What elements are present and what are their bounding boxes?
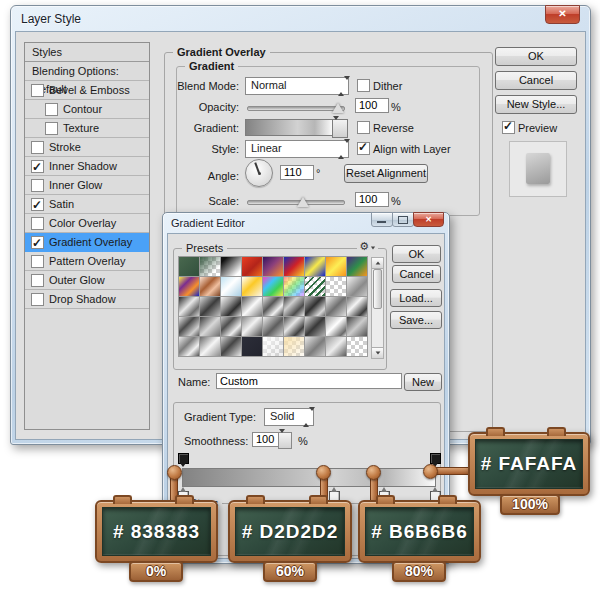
gradient-preset-38[interactable] (221, 337, 241, 356)
sidebar-item-color-overlay[interactable]: Color Overlay (25, 214, 149, 233)
gradient-preset-32[interactable] (284, 317, 304, 336)
style-checkbox[interactable] (31, 274, 44, 287)
gradient-preset-43[interactable] (326, 337, 346, 356)
style-checkbox[interactable] (45, 122, 58, 135)
preview-checkbox[interactable]: ✓ (502, 121, 515, 134)
opacity-stop-0pct[interactable] (178, 453, 189, 464)
sidebar-item-inner-shadow[interactable]: ✓Inner Shadow (25, 157, 149, 176)
ge-cancel-button[interactable]: Cancel (392, 265, 441, 283)
gradient-preset-14[interactable] (284, 277, 304, 296)
sidebar-item-contour[interactable]: Contour (25, 100, 149, 119)
gradient-preset-10[interactable] (200, 277, 220, 296)
sidebar-item-texture[interactable]: Texture (25, 119, 149, 138)
style-select[interactable]: Linear (245, 140, 349, 158)
dither-checkbox[interactable] (357, 79, 370, 92)
presets-scrollbar[interactable] (371, 257, 384, 359)
sidebar-item-inner-glow[interactable]: Inner Glow (25, 176, 149, 195)
blend-mode-select[interactable]: Normal (245, 77, 349, 95)
gear-icon[interactable]: ⚙ (357, 241, 378, 251)
gradient-preset-30[interactable] (242, 317, 262, 336)
scale-slider-thumb[interactable] (297, 197, 309, 207)
style-checkbox[interactable] (31, 255, 44, 268)
gradient-preset-34[interactable] (326, 317, 346, 336)
gradient-preset-12[interactable] (242, 277, 262, 296)
cancel-button[interactable]: Cancel (495, 71, 577, 90)
sidebar-item-blending-options-default[interactable]: Blending Options: Default (25, 62, 149, 81)
gradient-preset-7[interactable] (326, 257, 346, 276)
gradient-preset-23[interactable] (284, 297, 304, 316)
gradient-preset-0[interactable] (179, 257, 199, 276)
style-checkbox[interactable] (45, 103, 58, 116)
gradient-preset-20[interactable] (221, 297, 241, 316)
gradient-preview-bar[interactable] (182, 468, 436, 487)
ge-load-button[interactable]: Load... (390, 289, 442, 307)
gradient-preset-2[interactable] (221, 257, 241, 276)
gradient-preset-19[interactable] (200, 297, 220, 316)
gradient-preset-39[interactable] (242, 337, 262, 356)
opacity-stop-100pct[interactable] (430, 453, 441, 464)
angle-dial[interactable] (245, 159, 273, 187)
gradient-preset-40[interactable] (263, 337, 283, 356)
gradient-preset-25[interactable] (326, 297, 346, 316)
ge-new-button[interactable]: New (404, 373, 442, 391)
opacity-slider[interactable] (247, 106, 345, 111)
scale-input[interactable] (355, 192, 389, 207)
ok-button[interactable]: OK (495, 47, 577, 66)
gradient-preset-15[interactable] (305, 277, 325, 296)
sidebar-item-drop-shadow[interactable]: Drop Shadow (25, 290, 149, 309)
gradient-preset-13[interactable] (263, 277, 283, 296)
style-checkbox[interactable] (31, 84, 44, 97)
gradient-preset-29[interactable] (221, 317, 241, 336)
gradient-preset-24[interactable] (305, 297, 325, 316)
ge-save-button[interactable]: Save... (390, 311, 442, 329)
gradient-editor-close-button[interactable]: ✕ (413, 212, 444, 227)
gradient-preset-35[interactable] (347, 317, 367, 336)
sidebar-item-pattern-overlay[interactable]: Pattern Overlay (25, 252, 149, 271)
gradient-preset-8[interactable] (347, 257, 367, 276)
gradient-preset-17[interactable] (347, 277, 367, 296)
style-checkbox[interactable] (31, 293, 44, 306)
gradient-dropdown-button[interactable] (332, 119, 348, 138)
ge-ok-button[interactable]: OK (392, 245, 441, 263)
name-input[interactable] (216, 373, 402, 389)
gradient-preset-22[interactable] (263, 297, 283, 316)
gradient-preset-1[interactable] (200, 257, 220, 276)
opacity-slider-thumb[interactable] (332, 103, 344, 113)
reverse-checkbox[interactable] (357, 121, 370, 134)
gradient-preset-31[interactable] (263, 317, 283, 336)
gradient-preset-21[interactable] (242, 297, 262, 316)
smoothness-dropdown-button[interactable] (278, 432, 292, 449)
sidebar-item-gradient-overlay[interactable]: ✓Gradient Overlay (25, 233, 149, 252)
sidebar-item-satin[interactable]: ✓Satin (25, 195, 149, 214)
gradient-preset-44[interactable] (347, 337, 367, 356)
new-style-button[interactable]: New Style... (495, 95, 577, 114)
gradient-preset-41[interactable] (284, 337, 304, 356)
style-checkbox[interactable]: ✓ (31, 160, 44, 173)
sidebar-item-bevel-emboss[interactable]: Bevel & Emboss (25, 81, 149, 100)
style-checkbox[interactable]: ✓ (31, 198, 44, 211)
style-checkbox[interactable] (31, 141, 44, 154)
gradient-preset-26[interactable] (347, 297, 367, 316)
maximize-button[interactable] (392, 212, 414, 227)
gradient-preset-36[interactable] (179, 337, 199, 356)
sidebar-item-stroke[interactable]: Stroke (25, 138, 149, 157)
style-checkbox[interactable]: ✓ (31, 236, 44, 249)
scale-slider[interactable] (247, 200, 345, 205)
angle-input[interactable] (280, 165, 314, 180)
layer-style-close-button[interactable]: ✕ (545, 5, 580, 24)
minimize-button[interactable] (371, 212, 393, 227)
gradient-preset-33[interactable] (305, 317, 325, 336)
style-checkbox[interactable] (31, 179, 44, 192)
gradient-preset-16[interactable] (326, 277, 346, 296)
gradient-preset-11[interactable] (221, 277, 241, 296)
gradient-preset-9[interactable] (179, 277, 199, 296)
gradient-preset-6[interactable] (305, 257, 325, 276)
gradient-preset-37[interactable] (200, 337, 220, 356)
gradient-preset-27[interactable] (179, 317, 199, 336)
gradient-preset-5[interactable] (284, 257, 304, 276)
gradient-preset-4[interactable] (263, 257, 283, 276)
gradient-preset-18[interactable] (179, 297, 199, 316)
align-with-layer-checkbox[interactable]: ✓ (357, 142, 370, 155)
reset-alignment-button[interactable]: Reset Alignment (344, 164, 428, 183)
gradient-type-select[interactable]: Solid (264, 408, 314, 426)
